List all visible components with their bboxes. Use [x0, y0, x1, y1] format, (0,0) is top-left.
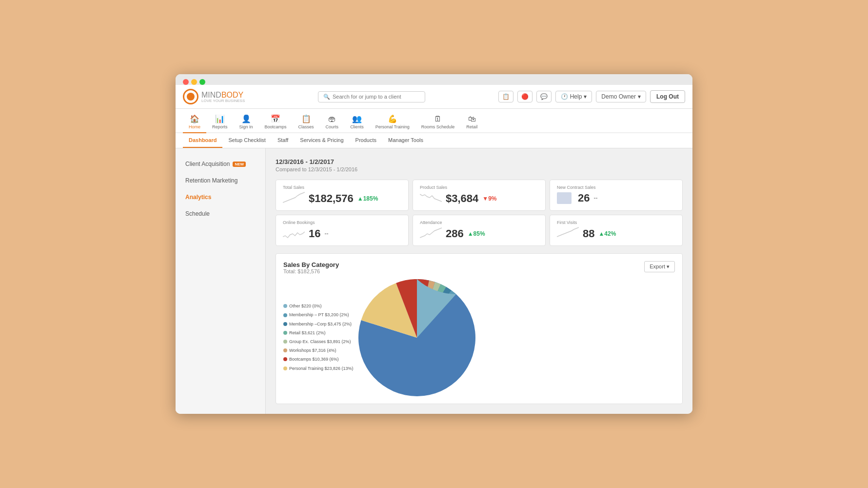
- clients-icon: 👥: [352, 114, 362, 123]
- nav-item-reports[interactable]: 📊 Reports: [206, 111, 234, 133]
- first-visits-sparkline: [557, 227, 579, 241]
- logout-button[interactable]: Log Out: [650, 90, 685, 103]
- nav-item-rooms-schedule-label: Rooms Schedule: [421, 124, 455, 129]
- nav-item-courts-label: Courts: [326, 124, 339, 129]
- personal-training-icon: 💪: [388, 114, 397, 123]
- legend-dot-membership-pt: [283, 313, 287, 317]
- sidebar-item-retention-marketing[interactable]: Retention Marketing: [176, 172, 265, 189]
- sub-nav-dashboard[interactable]: Dashboard: [183, 133, 222, 148]
- search-input[interactable]: [333, 94, 420, 100]
- legend-item-personal-training: Personal Training $23,826 (13%): [283, 365, 354, 372]
- retail-icon: 🛍: [468, 115, 476, 123]
- clock-icon: 🕐: [561, 93, 568, 100]
- legend-dot-retail: [283, 331, 287, 335]
- legend-label-other: Other $220 (0%): [289, 302, 322, 310]
- legend-label-membership-pt: Membership – PT $3,200 (2%): [289, 311, 349, 319]
- kpi-attendance-row: 286 ▲85%: [420, 227, 538, 241]
- nav-item-clients[interactable]: 👥 Clients: [344, 111, 370, 133]
- legend-dot-bootcamps: [283, 357, 287, 361]
- nav-item-bootcamps[interactable]: 📅 Bootcamps: [259, 111, 293, 133]
- client-acquisition-label: Client Acquisition: [185, 161, 230, 167]
- search-bar[interactable]: 🔍: [318, 91, 425, 102]
- sidebar-item-client-acquisition[interactable]: Client Acquisition NEW: [176, 156, 265, 172]
- nav-item-courts[interactable]: 🏟 Courts: [320, 112, 345, 133]
- sub-nav-products[interactable]: Products: [350, 133, 382, 148]
- sub-nav-staff[interactable]: Staff: [272, 133, 294, 148]
- kpi-card-contract-sales: New Contract Sales 26 --: [550, 180, 683, 211]
- icon-btn-2[interactable]: 🔴: [517, 91, 533, 102]
- top-nav: MINDBODY LOVE YOUR BUSINESS 🔍 📋 🔴 💬 🕐 He…: [176, 85, 692, 109]
- search-icon: 🔍: [323, 94, 330, 100]
- kpi-first-visits-label: First Visits: [557, 220, 675, 225]
- legend-dot-group-ex: [283, 340, 287, 344]
- nav-item-retail[interactable]: 🛍 Retail: [460, 112, 483, 133]
- logo-tagline: LOVE YOUR BUSINESS: [201, 99, 245, 103]
- nav-item-personal-training[interactable]: 💪 Personal Training: [370, 111, 415, 133]
- schedule-label: Schedule: [185, 210, 210, 217]
- chart-header: Sales By Category Total: $182,576 Export…: [283, 261, 675, 274]
- nav-item-signin-label: Sign In: [239, 124, 253, 129]
- nav-item-home[interactable]: 🏠 Home: [183, 111, 206, 133]
- kpi-card-attendance: Attendance 286 ▲85%: [413, 215, 546, 246]
- icon-btn-1[interactable]: 📋: [498, 91, 513, 102]
- kpi-product-sales-change: ▼9%: [482, 195, 496, 202]
- kpi-total-sales-row: $182,576 ▲185%: [283, 192, 401, 205]
- kpi-grid: Total Sales $182,576 ▲185% Product Sales: [276, 180, 683, 246]
- content-area: Client Acquisition NEW Retention Marketi…: [176, 148, 692, 414]
- help-button[interactable]: 🕐 Help ▾: [555, 91, 592, 102]
- kpi-total-sales-label: Total Sales: [283, 185, 401, 190]
- nav-item-clients-label: Clients: [350, 124, 364, 129]
- kpi-contract-sales-value: 26: [578, 192, 590, 204]
- nav-item-reports-label: Reports: [212, 124, 228, 129]
- sub-nav-services-pricing[interactable]: Services & Pricing: [294, 133, 349, 148]
- demo-owner-button[interactable]: Demo Owner ▾: [596, 91, 646, 102]
- bootcamps-icon: 📅: [271, 114, 280, 123]
- nav-item-rooms-schedule[interactable]: 🗓 Rooms Schedule: [415, 112, 461, 133]
- legend-dot-membership-corp: [283, 322, 287, 326]
- nav-item-home-label: Home: [189, 124, 200, 129]
- product-sales-sparkline: [420, 192, 442, 205]
- sub-nav-manager-tools[interactable]: Manager Tools: [382, 133, 429, 148]
- kpi-attendance-label: Attendance: [420, 220, 538, 225]
- sub-nav-setup-checklist[interactable]: Setup Checklist: [222, 133, 271, 148]
- legend-dot-personal-training: [283, 366, 287, 370]
- kpi-online-bookings-value: 16: [309, 227, 320, 240]
- browser-dots: [183, 79, 205, 85]
- attendance-sparkline: [420, 227, 442, 241]
- legend-item-group-ex: Group Ex. Classes $3,891 (2%): [283, 338, 354, 346]
- help-label: Help: [570, 93, 582, 100]
- kpi-attendance-change: ▲85%: [468, 230, 485, 237]
- kpi-online-bookings-row: 16 --: [283, 227, 401, 241]
- nav-item-classes[interactable]: 📋 Classes: [293, 111, 320, 133]
- legend-item-workshops: Workshops $7,316 (4%): [283, 346, 354, 354]
- legend-item-membership-corp: Membership –Corp $3,475 (2%): [283, 320, 354, 328]
- date-compare: Compared to 12/3/2015 - 1/2/2016: [276, 166, 683, 172]
- kpi-card-total-sales: Total Sales $182,576 ▲185%: [276, 180, 409, 211]
- nav-item-bootcamps-label: Bootcamps: [265, 124, 287, 129]
- nav-item-signin[interactable]: 👤 Sign In: [234, 111, 259, 133]
- logo-body: BODY: [221, 91, 243, 99]
- signin-icon: 👤: [241, 114, 251, 123]
- chart-section: Sales By Category Total: $182,576 Export…: [276, 253, 683, 404]
- kpi-product-sales-row: $3,684 ▼9%: [420, 192, 538, 205]
- maximize-dot[interactable]: [199, 79, 205, 85]
- top-right-actions: 📋 🔴 💬 🕐 Help ▾ Demo Owner ▾ Log Out: [498, 90, 685, 103]
- chart-title-area: Sales By Category Total: $182,576: [283, 261, 339, 274]
- logo-mind: MIND: [201, 91, 221, 99]
- kpi-online-bookings-label: Online Bookings: [283, 220, 401, 225]
- close-dot[interactable]: [183, 79, 189, 85]
- icon-btn-3[interactable]: 💬: [536, 91, 552, 102]
- sidebar-item-schedule[interactable]: Schedule: [176, 205, 265, 222]
- minimize-dot[interactable]: [191, 79, 197, 85]
- logo-circle: [183, 89, 198, 104]
- chart-subtitle: Total: $182,576: [283, 268, 339, 274]
- nav-item-classes-label: Classes: [298, 124, 314, 129]
- kpi-card-product-sales: Product Sales $3,684 ▼9%: [413, 180, 546, 211]
- legend-label-bootcamps: Bootcamps $10,369 (6%): [289, 355, 339, 363]
- online-bookings-sparkline: [283, 227, 305, 241]
- sidebar-item-analytics[interactable]: Analytics: [176, 189, 265, 205]
- contract-sales-placeholder: [557, 192, 572, 204]
- export-button[interactable]: Export ▾: [644, 261, 675, 272]
- kpi-first-visits-value: 88: [583, 227, 594, 240]
- legend-label-workshops: Workshops $7,316 (4%): [289, 346, 336, 354]
